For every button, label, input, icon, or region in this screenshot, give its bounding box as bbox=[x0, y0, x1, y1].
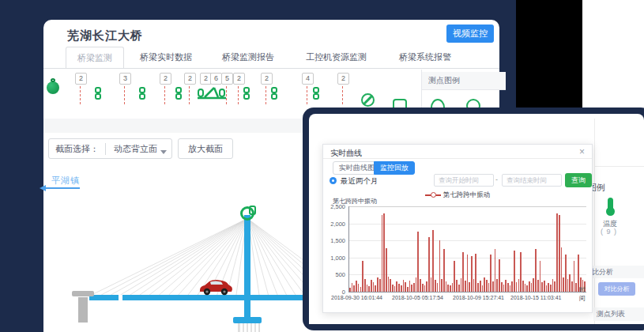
enlarge-section-button[interactable]: 放大截面 bbox=[178, 138, 233, 159]
y-tick-label: 500 bbox=[326, 271, 345, 278]
query-start-input[interactable] bbox=[434, 174, 494, 187]
compare-analysis-button[interactable]: 对比分析 bbox=[598, 282, 635, 296]
x-axis-title: 时间 bbox=[579, 285, 590, 303]
sensor-count-badge[interactable]: 4 bbox=[302, 73, 314, 85]
y-tick-label: 1,000 bbox=[326, 255, 345, 262]
y-tick-label: 2,500 bbox=[326, 203, 345, 210]
bridge-cables bbox=[16, 186, 348, 332]
tab-bridge-monitoring[interactable]: 桥梁监测 bbox=[66, 47, 124, 68]
alarm-line-icon bbox=[342, 86, 343, 104]
chain-link-icon[interactable] bbox=[312, 87, 320, 101]
radio-label: 最近两个月 bbox=[341, 176, 378, 187]
sensor-count-badge[interactable]: 3 bbox=[119, 73, 131, 85]
tab-monitoring-report[interactable]: 桥梁监测报告 bbox=[211, 47, 285, 67]
y-tick-label: 2,000 bbox=[326, 221, 345, 228]
sensor-count-badge[interactable]: 2 bbox=[184, 73, 196, 85]
bank-label: 平湖镇 bbox=[51, 175, 80, 187]
bridge-pier bbox=[72, 291, 94, 296]
tower-base bbox=[233, 317, 262, 323]
thermometer-icon[interactable] bbox=[606, 207, 615, 216]
sidebar-divider bbox=[595, 166, 644, 167]
alarm-line-icon bbox=[238, 86, 239, 104]
close-icon[interactable]: × bbox=[579, 146, 585, 157]
x-tick-label: 2018-09-30 16:01:44 bbox=[331, 295, 382, 300]
alarm-line-icon bbox=[226, 86, 227, 104]
y-tick-label: 1,500 bbox=[326, 237, 345, 244]
alarm-line-icon bbox=[189, 86, 190, 104]
bridge-structure-icon[interactable] bbox=[197, 86, 227, 100]
chain-link-icon[interactable] bbox=[175, 87, 183, 101]
dialog-title: 实时曲线 bbox=[330, 148, 362, 159]
section-select-value: 动态背立面 bbox=[114, 144, 157, 153]
deck-joint bbox=[119, 295, 122, 300]
sensor-count-badge[interactable]: 5 bbox=[221, 73, 233, 85]
alarm-line-icon bbox=[124, 86, 125, 104]
alarm-line-icon bbox=[80, 86, 81, 104]
car-icon bbox=[198, 278, 233, 296]
query-button[interactable]: 查询 bbox=[565, 173, 592, 187]
section-select-dropdown[interactable]: 动态背立面 bbox=[105, 143, 171, 155]
dialog-header-divider bbox=[323, 158, 592, 159]
chevron-down-icon bbox=[160, 150, 167, 154]
sensor-count-badge[interactable]: 2 bbox=[160, 73, 171, 85]
tower-sensor-icon[interactable] bbox=[240, 206, 254, 221]
video-monitor-button[interactable]: 视频监控 bbox=[446, 25, 494, 43]
chain-link-icon[interactable] bbox=[138, 87, 146, 101]
chart-bars bbox=[349, 206, 586, 292]
sensor-count-badge[interactable]: 2 bbox=[233, 73, 245, 85]
last-two-months-radio[interactable] bbox=[330, 177, 337, 184]
sensor-count-badge[interactable]: 6 bbox=[210, 73, 222, 85]
alarm-line-icon bbox=[266, 86, 266, 104]
section-select-group: 截面选择： 动态背立面 bbox=[48, 138, 172, 159]
x-tick-label: 2018-10-09 15:27:41 bbox=[453, 295, 504, 300]
video-blackout-region bbox=[516, 0, 582, 111]
bridge-pier bbox=[78, 297, 88, 323]
realtime-curve-dialog: 实时曲线 × 实时曲线图 监控回放 最近两个月 - 查询 第七跨跨中振动 第七跨… bbox=[322, 144, 593, 313]
sensor-count-badge[interactable]: 2 bbox=[75, 73, 87, 85]
temperature-count: ( 9 ) bbox=[601, 228, 617, 236]
no-entry-icon[interactable] bbox=[361, 93, 375, 107]
point-list-header: 测点列表 bbox=[593, 307, 644, 321]
chain-link-icon[interactable] bbox=[270, 87, 278, 101]
x-tick-label: 2018-10-15 11:03:41 bbox=[510, 295, 561, 300]
tower-foundation bbox=[238, 323, 260, 332]
query-end-input[interactable] bbox=[502, 174, 562, 187]
chain-link-icon[interactable] bbox=[243, 87, 250, 101]
x-tick-label: 2018-10-05 05:17:54 bbox=[392, 295, 443, 300]
vibration-chart: 第七跨跨中振动 2,500 2,000 1,500 1,000 500 0 20… bbox=[326, 197, 590, 312]
alarm-line-icon bbox=[307, 86, 307, 104]
bridge-schematic bbox=[16, 186, 348, 332]
sensor-count-badge[interactable]: 2 bbox=[261, 73, 273, 85]
section-select-label: 截面选择： bbox=[49, 143, 105, 155]
page-title: 芜湖长江大桥 bbox=[67, 28, 143, 43]
pendulum-sensor-icon[interactable] bbox=[47, 81, 59, 94]
range-separator: - bbox=[495, 175, 498, 183]
sensor-count-badge[interactable]: 2 bbox=[337, 73, 349, 85]
tab-ipc-resource[interactable]: 工控机资源监测 bbox=[295, 47, 378, 67]
sidebar-divider bbox=[594, 119, 595, 324]
tab-monitor-playback[interactable]: 监控回放 bbox=[374, 161, 415, 175]
chain-link-icon[interactable] bbox=[94, 87, 102, 101]
tab-system-alarm[interactable]: 桥梁系统报警 bbox=[388, 47, 462, 67]
tab-realtime-data[interactable]: 桥梁实时数据 bbox=[129, 47, 203, 67]
main-tabbar: 桥梁监测 桥梁实时数据 桥梁监测报告 工控机资源监测 桥梁系统报警 视频监控 bbox=[43, 47, 499, 69]
alarm-line-icon bbox=[164, 86, 165, 104]
bridge-tower bbox=[244, 215, 250, 326]
legend-panel-title: 测点图例 bbox=[422, 72, 506, 90]
chart-plot-area bbox=[348, 206, 586, 292]
